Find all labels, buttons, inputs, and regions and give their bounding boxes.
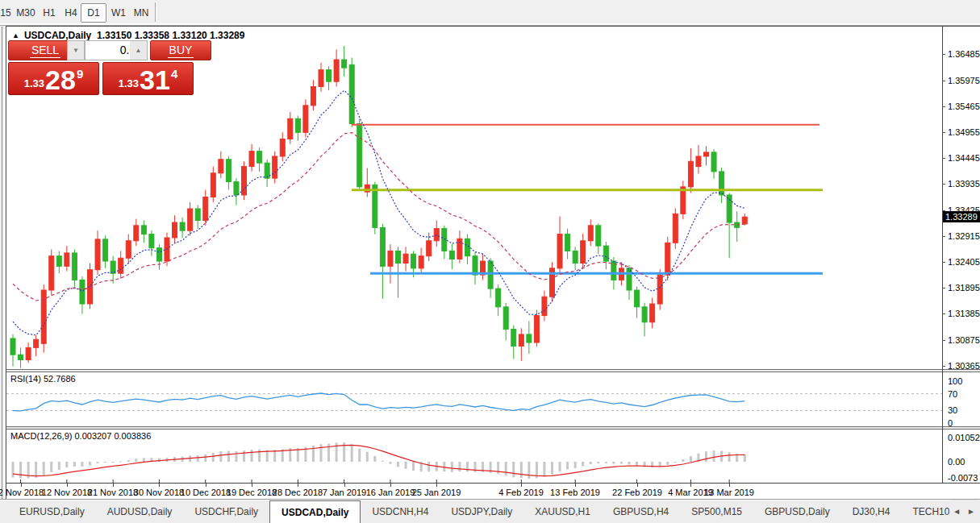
price-axis-label: 1.33935 xyxy=(948,179,980,189)
date-label: 13 Feb 2019 xyxy=(550,488,600,497)
date-tick xyxy=(252,484,252,487)
rsi-axis-label: 70 xyxy=(948,389,980,399)
date-label: 30 Nov 2018 xyxy=(134,488,184,497)
price-axis-tick xyxy=(942,340,945,341)
tab-dj30-h4[interactable]: DJ30,H4 xyxy=(841,500,902,523)
timeframe-button-h4[interactable]: H4 xyxy=(60,3,82,23)
date-tick xyxy=(436,484,437,487)
chart-symbol-label: USDCAD,Daily xyxy=(24,30,91,41)
collapse-icon[interactable]: ▲ xyxy=(12,31,19,39)
date-tick xyxy=(67,484,68,487)
date-tick xyxy=(113,484,114,487)
tab-scroll-right-icon[interactable]: ► xyxy=(967,507,975,516)
date-tick xyxy=(206,484,206,487)
date-label: 16 Jan 2019 xyxy=(366,488,415,497)
price-axis-tick xyxy=(942,366,945,367)
tab-scroll-buttons: ◄► xyxy=(949,500,978,523)
date-tick xyxy=(159,484,160,487)
tab-usdcnh-h4[interactable]: USDCNH,H4 xyxy=(361,500,440,523)
ask-point: 4 xyxy=(171,67,177,81)
date-label: 10 Dec 2018 xyxy=(181,488,231,497)
rsi-indicator-pane[interactable] xyxy=(6,372,942,426)
mdi-frame-highlight xyxy=(4,27,5,499)
date-label: 21 Nov 2018 xyxy=(88,488,138,497)
date-tick xyxy=(637,484,638,487)
date-tick xyxy=(21,484,22,487)
bid-price-button[interactable]: 1.33 28 9 xyxy=(8,62,99,95)
tab-sp500-m15[interactable]: SP500,M15 xyxy=(680,500,753,523)
volume-decrease-icon[interactable]: ▼ xyxy=(67,40,85,60)
timeframe-button-w1[interactable]: W1 xyxy=(106,3,131,23)
timeframe-button-mn[interactable]: MN xyxy=(129,3,153,23)
toolbar-separator xyxy=(155,2,156,22)
timeframe-toolbar: M15M30H1H4D1W1MN xyxy=(0,0,980,26)
rsi-axis-label: 100 xyxy=(948,376,980,386)
price-axis-tick xyxy=(942,132,945,133)
current-price-badge: 1.33289 xyxy=(943,211,980,222)
bid-prefix: 1.33 xyxy=(24,77,44,89)
macd-axis-label: 0.010525 xyxy=(948,433,980,442)
price-axis-tick xyxy=(942,184,945,185)
price-axis-label: 1.32405 xyxy=(948,257,980,267)
price-axis-tick xyxy=(942,236,945,237)
date-tick xyxy=(690,484,691,487)
date-label: 13 Mar 2019 xyxy=(704,488,754,497)
date-label: 4 Feb 2019 xyxy=(498,488,544,497)
price-axis-label: 1.30365 xyxy=(948,361,980,371)
date-axis[interactable]: 2 Nov 201812 Nov 201821 Nov 201830 Nov 2… xyxy=(6,483,980,499)
bid-pips: 28 xyxy=(45,68,76,92)
volume-increase-icon[interactable]: ▲ xyxy=(130,40,148,60)
date-label: 28 Dec 2018 xyxy=(273,488,323,497)
tab-audusd-daily[interactable]: AUDUSD,Daily xyxy=(96,500,184,523)
tab-usdchf-daily[interactable]: USDCHF,Daily xyxy=(183,500,269,523)
bid-point: 9 xyxy=(77,67,83,81)
date-label: 22 Feb 2019 xyxy=(612,488,662,497)
tab-gbpusd-h4[interactable]: GBPUSD,H4 xyxy=(602,500,680,523)
date-tick xyxy=(390,484,391,487)
tab-usdcad-daily[interactable]: USDCAD,Daily xyxy=(269,500,361,523)
tab-gbpusd-daily[interactable]: GBPUSD,Daily xyxy=(753,500,841,523)
date-tick xyxy=(521,484,522,487)
date-label: 12 Nov 2018 xyxy=(42,488,92,497)
macd-label: MACD(12,26,9) 0.003207 0.003836 xyxy=(10,431,151,441)
price-axis-tick xyxy=(942,262,945,263)
ask-price-button[interactable]: 1.33 31 4 xyxy=(102,62,194,95)
timeframe-button-d1[interactable]: D1 xyxy=(81,3,106,23)
price-axis-tick xyxy=(942,81,945,81)
timeframe-button-m30[interactable]: M30 xyxy=(13,3,39,23)
price-axis-label: 1.35975 xyxy=(948,76,980,85)
chart-window: 2 Nov 201812 Nov 201821 Nov 201830 Nov 2… xyxy=(6,27,980,499)
price-axis-tick xyxy=(942,288,945,288)
price-axis-tick xyxy=(942,54,945,55)
date-tick xyxy=(575,484,576,487)
ask-pips: 31 xyxy=(140,68,170,92)
chart-title: ▲USDCAD,Daily 1.33150 1.33358 1.33120 1.… xyxy=(12,30,244,41)
price-axis-tick xyxy=(942,313,945,314)
price-axis-label: 1.34955 xyxy=(948,127,980,137)
macd-axis-label: 0.00 xyxy=(948,457,980,467)
macd-axis-label: -0.0073 xyxy=(948,473,980,483)
date-label: 19 Dec 2018 xyxy=(227,488,277,497)
tab-usdjpy-daily[interactable]: USDJPY,Daily xyxy=(440,500,523,523)
trading-terminal: M15M30H1H4D1W1MN 2 Nov 201812 Nov 201821… xyxy=(0,0,980,523)
price-axis-label: 1.35465 xyxy=(948,102,980,111)
tab-xauusd-h1[interactable]: XAUUSD,H1 xyxy=(523,500,602,523)
date-label: 7 Jan 2019 xyxy=(323,488,366,497)
date-label: 25 Jan 2019 xyxy=(412,488,461,497)
rsi-axis-label: 30 xyxy=(948,405,980,415)
price-axis-label: 1.32915 xyxy=(948,231,980,241)
date-tick xyxy=(344,484,345,487)
price-axis-tick xyxy=(942,158,945,159)
ask-prefix: 1.33 xyxy=(119,77,139,89)
buy-button[interactable]: BUY xyxy=(150,40,211,60)
price-axis-tick xyxy=(942,106,945,107)
mdi-frame-edge xyxy=(2,27,2,499)
symbol-tab-bar: EURUSD,DailyAUDUSD,DailyUSDCHF,DailyUSDC… xyxy=(0,499,980,523)
date-tick xyxy=(298,484,298,487)
price-axis-label: 1.30875 xyxy=(948,335,980,345)
price-axis-label: 1.31895 xyxy=(948,283,980,293)
tab-scroll-left-icon[interactable]: ◄ xyxy=(953,507,961,516)
tab-eurusd-daily[interactable]: EURUSD,Daily xyxy=(8,500,96,523)
timeframe-button-h1[interactable]: H1 xyxy=(37,3,61,23)
one-click-trade-widget: SELL ▼ 0.05 ▲ BUY 1.33 28 9 1.33 31 4 xyxy=(8,40,211,60)
